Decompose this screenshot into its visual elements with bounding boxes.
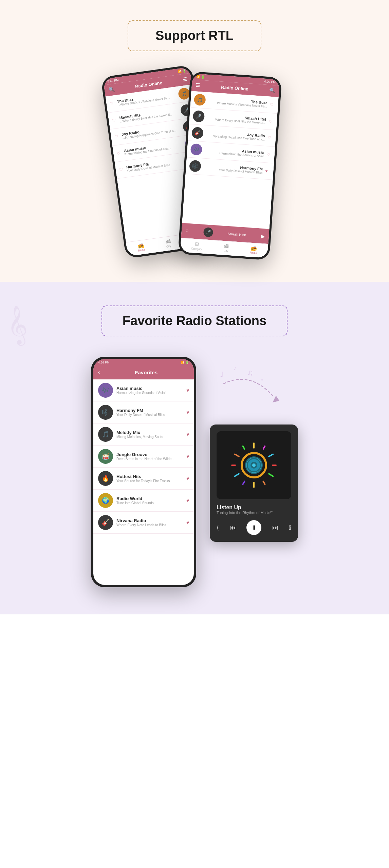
- tab-radio[interactable]: 📻 Radio: [137, 242, 145, 252]
- svg-text:♪: ♪: [234, 365, 237, 372]
- next-button[interactable]: ⏭: [272, 524, 278, 531]
- heart-icon[interactable]: ♥: [186, 498, 189, 503]
- svg-text:♫: ♫: [247, 368, 253, 377]
- play-button[interactable]: ▶: [261, 233, 265, 239]
- player-subtitle: Tuning Into the Rhythm of Music!": [217, 511, 291, 515]
- radio-icon: 📻: [137, 242, 144, 248]
- share-button[interactable]: ⟨: [217, 524, 219, 531]
- avatar: 🎵: [194, 94, 206, 106]
- avatar: 🎼: [189, 160, 201, 172]
- avatar: 🎤: [192, 110, 205, 122]
- prev-button[interactable]: ⏮: [230, 524, 236, 531]
- favorites-section: Favorite Radio Stations 4:56 PM 📶 🔋 ‹ Fa…: [0, 282, 389, 614]
- heart-icon[interactable]: ♥: [186, 454, 189, 459]
- menu-icon-right[interactable]: ☰: [196, 82, 200, 88]
- list-item[interactable]: 🎼 Harmony FM Your Daily Dose of Musical …: [93, 401, 194, 423]
- radio-logo-svg: [228, 440, 279, 491]
- svg-point-22: [252, 463, 256, 467]
- tab-category-r[interactable]: ⊞ Category: [191, 241, 203, 251]
- play-pause-button[interactable]: ⏸: [246, 520, 261, 535]
- heart-icon[interactable]: ♡: [119, 167, 124, 172]
- heart-icon[interactable]: ♡: [185, 229, 189, 233]
- avatar: 🎸: [98, 515, 113, 530]
- heart-icon[interactable]: ♥: [265, 169, 270, 174]
- svg-rect-6: [253, 442, 255, 449]
- svg-marker-4: [273, 396, 279, 402]
- fav-status-bar: 4:56 PM 📶 🔋: [93, 359, 194, 366]
- player-card: Listen Up Tuning Into the Rhythm of Musi…: [210, 425, 298, 542]
- avatar: 🌍: [98, 493, 113, 508]
- rtl-title-box: Support RTL: [128, 20, 261, 51]
- avatar: 🎶: [98, 383, 113, 398]
- mini-player-name: Smash Hits!: [227, 232, 246, 237]
- category-icon: ⊞: [194, 241, 199, 247]
- list-item[interactable]: 🎶 Asian music Harmonizing the Sounds of …: [93, 379, 194, 401]
- player-controls: ⟨ ⏮ ⏸ ⏭ ℹ: [217, 520, 291, 535]
- right-side: ♩ ♪ ♫ ♩: [210, 357, 298, 542]
- rtl-title: Support RTL: [155, 28, 234, 43]
- radio-icon: 📻: [251, 245, 257, 251]
- city-icon: 🏙: [165, 238, 171, 244]
- heart-icon[interactable]: ♡: [266, 152, 271, 157]
- phone-right: 4:09 PM 📶 🔋 🔍 Radio Online ☰ ♡ The Buzz …: [178, 71, 282, 260]
- heart-icon[interactable]: ♥: [186, 520, 189, 525]
- avatar: 🔥: [98, 471, 113, 486]
- search-icon-right[interactable]: 🔍: [269, 87, 275, 93]
- avatar: 🎸: [191, 127, 204, 139]
- player-title: Listen Up: [217, 505, 291, 511]
- heart-icon[interactable]: ♡: [116, 151, 122, 156]
- player-album-art: [217, 431, 291, 499]
- favorites-title: Favorite Radio Stations: [123, 314, 266, 328]
- info-button[interactable]: ℹ: [289, 524, 291, 531]
- city-icon: 🏙: [224, 243, 229, 249]
- phones-container: 5:49 PM 📶 🔋 🔍 Radio Online ☰ ♡ The Buzz …: [14, 72, 375, 255]
- favorites-content: 4:56 PM 📶 🔋 ‹ Favorites 🎶 Asian music Ha…: [14, 357, 375, 587]
- heart-icon[interactable]: ♥: [186, 432, 189, 437]
- mini-avatar: 🎤: [203, 227, 213, 237]
- arrow-svg: ♩ ♪ ♫ ♩: [210, 363, 284, 414]
- fav-header: ‹ Favorites: [93, 366, 194, 379]
- avatar: 🎼: [98, 405, 113, 420]
- list-item[interactable]: 🔥 Hottest Hits Your Source for Today's F…: [93, 468, 194, 490]
- avatar: 🎵: [98, 427, 113, 442]
- heart-icon[interactable]: ♥: [186, 388, 189, 393]
- avatar: 🥁: [98, 449, 113, 464]
- avatar: 🎶: [190, 143, 202, 156]
- menu-icon-left[interactable]: ☰: [183, 76, 188, 82]
- favorites-phone: 4:56 PM 📶 🔋 ‹ Favorites 🎶 Asian music Ha…: [91, 357, 196, 587]
- favorites-title-box: Favorite Radio Stations: [101, 305, 288, 336]
- search-icon-left[interactable]: 🔍: [108, 86, 115, 93]
- heart-icon[interactable]: ♡: [268, 119, 274, 124]
- heart-icon[interactable]: ♡: [114, 134, 119, 139]
- back-button[interactable]: ‹: [98, 369, 100, 375]
- rtl-section: Support RTL 5:49 PM 📶 🔋 🔍 Radio Online ☰…: [0, 0, 389, 282]
- tab-radio-r[interactable]: 📻 Radio: [250, 245, 258, 255]
- station-list-right: ♡ The Buzz Where Music's Vibrations Neve…: [182, 91, 279, 229]
- list-item[interactable]: 🎸 Nirvana Radio Where Every Note Leads t…: [93, 512, 194, 534]
- tab-city-r[interactable]: 🏙 City: [223, 243, 229, 253]
- bg-note-left: 𝄞: [3, 304, 30, 346]
- svg-rect-12: [253, 482, 255, 488]
- fav-list: 🎶 Asian music Harmonizing the Sounds of …: [93, 379, 194, 585]
- arrow-decoration: ♩ ♪ ♫ ♩: [210, 363, 284, 414]
- svg-rect-15: [231, 465, 236, 466]
- heart-icon[interactable]: ♡: [267, 135, 273, 140]
- heart-icon[interactable]: ♡: [112, 118, 117, 123]
- svg-rect-9: [272, 465, 277, 466]
- heart-icon[interactable]: ♥: [186, 476, 189, 481]
- heart-icon[interactable]: ♡: [110, 101, 115, 106]
- svg-text:♩: ♩: [220, 370, 223, 379]
- list-item[interactable]: 🎵 Melody Mix Mixing Melodies, Moving Sou…: [93, 423, 194, 446]
- heart-icon[interactable]: ♥: [186, 410, 189, 415]
- tab-city[interactable]: 🏙 City: [165, 238, 171, 248]
- list-item[interactable]: 🥁 Jungle Groove Deep Beats in the Heart …: [93, 446, 194, 468]
- player-info: Listen Up Tuning Into the Rhythm of Musi…: [217, 505, 291, 515]
- svg-text:♩: ♩: [261, 374, 264, 382]
- list-item[interactable]: 🌍 Radio World Tune into Global Sounds ♥: [93, 490, 194, 512]
- heart-icon[interactable]: ♡: [270, 102, 275, 107]
